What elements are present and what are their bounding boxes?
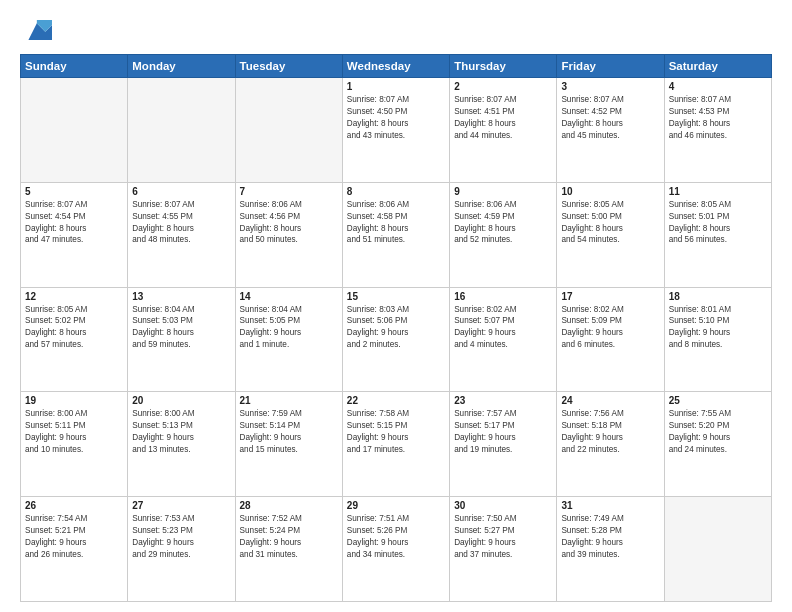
day-number: 6	[132, 186, 230, 197]
calendar-day-cell: 28Sunrise: 7:52 AM Sunset: 5:24 PM Dayli…	[235, 497, 342, 602]
calendar-day-cell: 15Sunrise: 8:03 AM Sunset: 5:06 PM Dayli…	[342, 287, 449, 392]
calendar-weekday-header: Tuesday	[235, 55, 342, 78]
day-number: 8	[347, 186, 445, 197]
calendar-day-cell: 16Sunrise: 8:02 AM Sunset: 5:07 PM Dayli…	[450, 287, 557, 392]
day-number: 15	[347, 291, 445, 302]
calendar-day-cell: 12Sunrise: 8:05 AM Sunset: 5:02 PM Dayli…	[21, 287, 128, 392]
day-number: 12	[25, 291, 123, 302]
calendar-day-cell: 14Sunrise: 8:04 AM Sunset: 5:05 PM Dayli…	[235, 287, 342, 392]
logo-icon	[20, 16, 52, 44]
calendar-weekday-header: Sunday	[21, 55, 128, 78]
day-number: 26	[25, 500, 123, 511]
day-info: Sunrise: 8:05 AM Sunset: 5:00 PM Dayligh…	[561, 199, 659, 247]
day-info: Sunrise: 8:07 AM Sunset: 4:50 PM Dayligh…	[347, 94, 445, 142]
calendar-day-cell	[235, 78, 342, 183]
day-info: Sunrise: 7:58 AM Sunset: 5:15 PM Dayligh…	[347, 408, 445, 456]
day-number: 14	[240, 291, 338, 302]
calendar-day-cell: 26Sunrise: 7:54 AM Sunset: 5:21 PM Dayli…	[21, 497, 128, 602]
day-info: Sunrise: 8:01 AM Sunset: 5:10 PM Dayligh…	[669, 304, 767, 352]
day-number: 3	[561, 81, 659, 92]
day-number: 19	[25, 395, 123, 406]
day-number: 13	[132, 291, 230, 302]
calendar-day-cell	[21, 78, 128, 183]
calendar-week-row: 19Sunrise: 8:00 AM Sunset: 5:11 PM Dayli…	[21, 392, 772, 497]
calendar-weekday-header: Friday	[557, 55, 664, 78]
calendar-weekday-header: Thursday	[450, 55, 557, 78]
day-info: Sunrise: 7:53 AM Sunset: 5:23 PM Dayligh…	[132, 513, 230, 561]
calendar-day-cell: 21Sunrise: 7:59 AM Sunset: 5:14 PM Dayli…	[235, 392, 342, 497]
calendar-day-cell: 17Sunrise: 8:02 AM Sunset: 5:09 PM Dayli…	[557, 287, 664, 392]
day-number: 24	[561, 395, 659, 406]
calendar-day-cell: 8Sunrise: 8:06 AM Sunset: 4:58 PM Daylig…	[342, 182, 449, 287]
calendar-weekday-header: Monday	[128, 55, 235, 78]
calendar-day-cell: 7Sunrise: 8:06 AM Sunset: 4:56 PM Daylig…	[235, 182, 342, 287]
day-number: 4	[669, 81, 767, 92]
day-number: 27	[132, 500, 230, 511]
day-number: 11	[669, 186, 767, 197]
day-number: 23	[454, 395, 552, 406]
day-number: 1	[347, 81, 445, 92]
day-number: 22	[347, 395, 445, 406]
calendar-day-cell: 25Sunrise: 7:55 AM Sunset: 5:20 PM Dayli…	[664, 392, 771, 497]
calendar-day-cell: 27Sunrise: 7:53 AM Sunset: 5:23 PM Dayli…	[128, 497, 235, 602]
day-info: Sunrise: 7:49 AM Sunset: 5:28 PM Dayligh…	[561, 513, 659, 561]
day-info: Sunrise: 8:07 AM Sunset: 4:54 PM Dayligh…	[25, 199, 123, 247]
day-info: Sunrise: 8:07 AM Sunset: 4:51 PM Dayligh…	[454, 94, 552, 142]
day-number: 2	[454, 81, 552, 92]
day-info: Sunrise: 8:00 AM Sunset: 5:11 PM Dayligh…	[25, 408, 123, 456]
day-info: Sunrise: 8:06 AM Sunset: 4:56 PM Dayligh…	[240, 199, 338, 247]
calendar-day-cell: 2Sunrise: 8:07 AM Sunset: 4:51 PM Daylig…	[450, 78, 557, 183]
calendar-day-cell: 31Sunrise: 7:49 AM Sunset: 5:28 PM Dayli…	[557, 497, 664, 602]
day-info: Sunrise: 7:56 AM Sunset: 5:18 PM Dayligh…	[561, 408, 659, 456]
calendar-day-cell: 9Sunrise: 8:06 AM Sunset: 4:59 PM Daylig…	[450, 182, 557, 287]
day-number: 20	[132, 395, 230, 406]
day-info: Sunrise: 8:03 AM Sunset: 5:06 PM Dayligh…	[347, 304, 445, 352]
day-info: Sunrise: 8:00 AM Sunset: 5:13 PM Dayligh…	[132, 408, 230, 456]
day-info: Sunrise: 7:59 AM Sunset: 5:14 PM Dayligh…	[240, 408, 338, 456]
day-number: 9	[454, 186, 552, 197]
day-info: Sunrise: 8:04 AM Sunset: 5:05 PM Dayligh…	[240, 304, 338, 352]
calendar-weekday-header: Wednesday	[342, 55, 449, 78]
day-info: Sunrise: 7:57 AM Sunset: 5:17 PM Dayligh…	[454, 408, 552, 456]
day-number: 21	[240, 395, 338, 406]
calendar-day-cell: 20Sunrise: 8:00 AM Sunset: 5:13 PM Dayli…	[128, 392, 235, 497]
day-info: Sunrise: 8:07 AM Sunset: 4:53 PM Dayligh…	[669, 94, 767, 142]
day-info: Sunrise: 7:52 AM Sunset: 5:24 PM Dayligh…	[240, 513, 338, 561]
day-info: Sunrise: 8:06 AM Sunset: 4:58 PM Dayligh…	[347, 199, 445, 247]
calendar-day-cell: 11Sunrise: 8:05 AM Sunset: 5:01 PM Dayli…	[664, 182, 771, 287]
day-number: 31	[561, 500, 659, 511]
calendar-day-cell: 3Sunrise: 8:07 AM Sunset: 4:52 PM Daylig…	[557, 78, 664, 183]
day-number: 17	[561, 291, 659, 302]
calendar-day-cell: 4Sunrise: 8:07 AM Sunset: 4:53 PM Daylig…	[664, 78, 771, 183]
day-number: 25	[669, 395, 767, 406]
calendar-day-cell: 18Sunrise: 8:01 AM Sunset: 5:10 PM Dayli…	[664, 287, 771, 392]
day-info: Sunrise: 7:55 AM Sunset: 5:20 PM Dayligh…	[669, 408, 767, 456]
calendar-day-cell	[128, 78, 235, 183]
calendar-day-cell: 30Sunrise: 7:50 AM Sunset: 5:27 PM Dayli…	[450, 497, 557, 602]
day-number: 29	[347, 500, 445, 511]
day-number: 16	[454, 291, 552, 302]
day-info: Sunrise: 7:51 AM Sunset: 5:26 PM Dayligh…	[347, 513, 445, 561]
day-info: Sunrise: 7:54 AM Sunset: 5:21 PM Dayligh…	[25, 513, 123, 561]
calendar-day-cell: 22Sunrise: 7:58 AM Sunset: 5:15 PM Dayli…	[342, 392, 449, 497]
calendar-week-row: 26Sunrise: 7:54 AM Sunset: 5:21 PM Dayli…	[21, 497, 772, 602]
day-info: Sunrise: 7:50 AM Sunset: 5:27 PM Dayligh…	[454, 513, 552, 561]
calendar-table: SundayMondayTuesdayWednesdayThursdayFrid…	[20, 54, 772, 602]
day-number: 7	[240, 186, 338, 197]
day-number: 10	[561, 186, 659, 197]
day-info: Sunrise: 8:05 AM Sunset: 5:02 PM Dayligh…	[25, 304, 123, 352]
day-info: Sunrise: 8:07 AM Sunset: 4:55 PM Dayligh…	[132, 199, 230, 247]
day-info: Sunrise: 8:02 AM Sunset: 5:07 PM Dayligh…	[454, 304, 552, 352]
calendar-day-cell: 13Sunrise: 8:04 AM Sunset: 5:03 PM Dayli…	[128, 287, 235, 392]
calendar-week-row: 12Sunrise: 8:05 AM Sunset: 5:02 PM Dayli…	[21, 287, 772, 392]
calendar-day-cell: 24Sunrise: 7:56 AM Sunset: 5:18 PM Dayli…	[557, 392, 664, 497]
calendar-day-cell: 1Sunrise: 8:07 AM Sunset: 4:50 PM Daylig…	[342, 78, 449, 183]
day-info: Sunrise: 8:05 AM Sunset: 5:01 PM Dayligh…	[669, 199, 767, 247]
day-number: 5	[25, 186, 123, 197]
calendar-day-cell: 10Sunrise: 8:05 AM Sunset: 5:00 PM Dayli…	[557, 182, 664, 287]
calendar-day-cell: 29Sunrise: 7:51 AM Sunset: 5:26 PM Dayli…	[342, 497, 449, 602]
calendar-weekday-header: Saturday	[664, 55, 771, 78]
calendar-week-row: 1Sunrise: 8:07 AM Sunset: 4:50 PM Daylig…	[21, 78, 772, 183]
calendar-day-cell: 5Sunrise: 8:07 AM Sunset: 4:54 PM Daylig…	[21, 182, 128, 287]
day-info: Sunrise: 8:04 AM Sunset: 5:03 PM Dayligh…	[132, 304, 230, 352]
